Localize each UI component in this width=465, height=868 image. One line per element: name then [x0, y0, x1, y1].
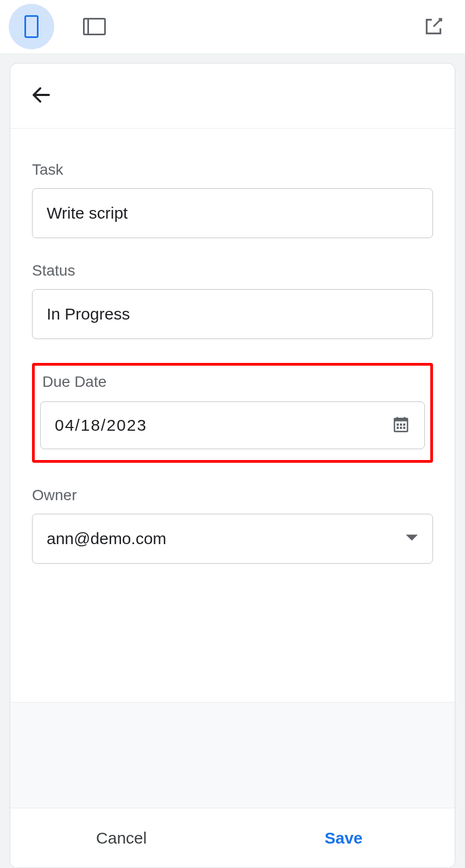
owner-select-wrap: ann@demo.com — [32, 514, 433, 564]
tablet-view-button[interactable] — [72, 4, 117, 49]
calendar-icon — [392, 415, 410, 433]
date-input-wrap — [40, 401, 425, 449]
svg-rect-1 — [394, 418, 407, 421]
svg-rect-7 — [397, 427, 399, 429]
form-body: Task Status Due Date — [10, 129, 455, 702]
spacer-section — [10, 702, 455, 808]
svg-rect-3 — [404, 417, 405, 420]
owner-select[interactable]: ann@demo.com — [32, 514, 433, 564]
mobile-view-button[interactable] — [9, 4, 54, 49]
save-button[interactable]: Save — [233, 808, 455, 867]
owner-field-group: Owner ann@demo.com — [32, 487, 433, 564]
svg-rect-4 — [397, 424, 399, 426]
top-toolbar — [0, 0, 465, 53]
task-input[interactable] — [32, 188, 433, 238]
status-input[interactable] — [32, 289, 433, 339]
due-date-label: Due Date — [42, 373, 425, 391]
svg-rect-8 — [400, 427, 402, 429]
svg-rect-6 — [403, 424, 405, 426]
external-link-icon — [423, 16, 444, 37]
status-label: Status — [32, 262, 433, 279]
svg-rect-9 — [403, 427, 405, 429]
calendar-picker-button[interactable] — [392, 415, 410, 436]
status-field-group: Status — [32, 262, 433, 339]
tablet-icon — [83, 18, 106, 35]
task-label: Task — [32, 161, 433, 178]
open-external-button[interactable] — [411, 4, 456, 49]
toolbar-left — [9, 4, 117, 49]
owner-label: Owner — [32, 487, 433, 504]
task-field-group: Task — [32, 161, 433, 238]
form-card: Task Status Due Date — [10, 63, 455, 868]
svg-rect-5 — [400, 424, 402, 426]
due-date-input[interactable] — [40, 401, 425, 449]
footer-actions: Cancel Save — [10, 808, 455, 867]
card-header — [10, 63, 455, 129]
owner-value: ann@demo.com — [47, 529, 167, 548]
back-arrow-icon — [30, 84, 53, 106]
back-button[interactable] — [30, 84, 53, 108]
mobile-icon — [24, 15, 39, 38]
svg-rect-2 — [397, 417, 398, 420]
due-date-highlight: Due Date — [32, 363, 433, 463]
page-background: Task Status Due Date — [0, 53, 465, 868]
cancel-button[interactable]: Cancel — [10, 808, 233, 867]
